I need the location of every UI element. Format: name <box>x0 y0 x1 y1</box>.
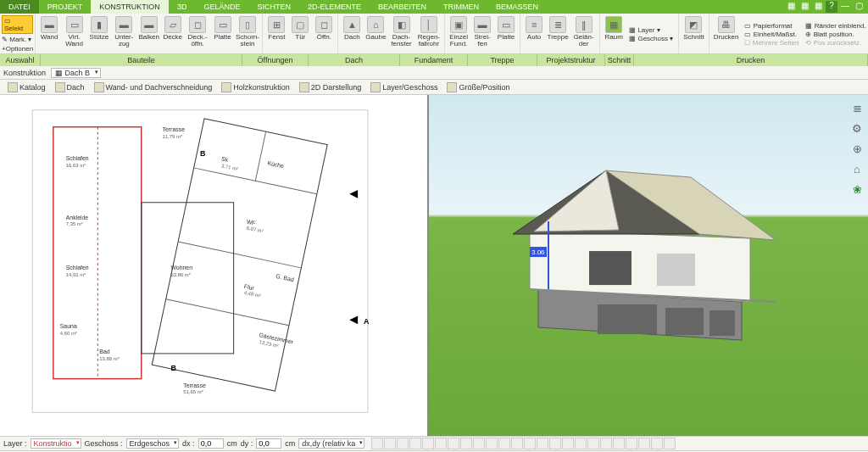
dachfenster-button[interactable]: ◧Dach-fenster <box>388 15 414 53</box>
select-button[interactable]: ▭ Selekt <box>2 15 33 34</box>
mini-9[interactable] <box>473 438 485 449</box>
mini-3[interactable] <box>397 438 409 449</box>
schornstein-button[interactable]: ▯Schorn-stein <box>236 15 260 53</box>
balken-button[interactable]: ▬Balken <box>138 15 160 53</box>
layer-select[interactable]: Konstruktio <box>31 438 81 449</box>
oeffn-button[interactable]: ◻Öffn. <box>313 15 335 53</box>
svg-text:B: B <box>200 149 206 158</box>
mini-20[interactable] <box>613 438 625 449</box>
compass-icon[interactable]: ⊕ <box>849 141 865 156</box>
tab-projekt[interactable]: PROJEKT <box>39 0 92 14</box>
tab-trimmen[interactable]: TRIMMEN <box>435 0 487 14</box>
tab-bearbeiten[interactable]: BEARBEITEN <box>370 0 435 14</box>
regenfallrohr-button[interactable]: │Regen-fallrohr <box>416 15 442 53</box>
geschoss-select[interactable]: Erdgeschos <box>126 438 180 449</box>
mini-13[interactable] <box>524 438 536 449</box>
dach-button[interactable]: ▲Dach <box>341 15 363 53</box>
stuetze-button[interactable]: ▮Stütze <box>88 15 110 53</box>
holzkonstruktion-button[interactable]: Holzkonstruktion <box>217 81 294 94</box>
layers-icon[interactable]: ≣ <box>849 100 865 115</box>
tree-icon[interactable]: ❀ <box>849 181 865 197</box>
katalog-button[interactable]: Katalog <box>3 81 50 94</box>
svg-rect-43 <box>709 310 735 336</box>
drucken-button[interactable]: 🖶Drucken <box>712 15 741 53</box>
dx-input[interactable] <box>198 438 224 449</box>
mini-10[interactable] <box>486 438 498 449</box>
mini-16[interactable] <box>562 438 574 449</box>
fenster-button[interactable]: ⊞Fenst <box>265 15 287 53</box>
svg-rect-46 <box>657 254 695 286</box>
dxdy-mode[interactable]: dx,dy (relativ ka <box>298 438 364 449</box>
2d-darstellung-button[interactable]: 2D Darstellung <box>295 81 366 94</box>
mehrere-checkbox[interactable]: Mehrere Seiten <box>744 39 798 47</box>
platte-button[interactable]: ▭Platte <box>212 15 234 53</box>
fundplatte-button[interactable]: ▭Platte <box>495 15 517 53</box>
mini-24[interactable] <box>664 438 676 449</box>
subbar-dropdown[interactable]: ▦ Dach B <box>51 68 101 78</box>
mini-17[interactable] <box>575 438 587 449</box>
mini-4[interactable] <box>409 438 421 449</box>
unterzug-button[interactable]: ▬Unter-zug <box>112 15 136 53</box>
mini-2[interactable] <box>384 438 396 449</box>
minimize-icon[interactable]: — <box>839 1 851 13</box>
tab-bemassen[interactable]: BEMASSEN <box>487 0 547 14</box>
title-icon-3[interactable]: ▦ <box>812 1 824 13</box>
tab-sichten[interactable]: SICHTEN <box>248 0 299 14</box>
einheit-button[interactable]: ▭ Einheit/Maßst. <box>744 31 798 38</box>
mark-button[interactable]: ✎ Mark. ▾ <box>2 36 33 43</box>
title-icon-1[interactable]: ▦ <box>785 1 797 13</box>
options-button[interactable]: +Optionen <box>2 45 33 53</box>
pos-reset-button[interactable]: ⟲ Pos zurücksetz. <box>805 39 865 47</box>
mini-11[interactable] <box>498 438 510 449</box>
home-icon[interactable]: ⌂ <box>849 161 865 176</box>
tab-datei[interactable]: DATEI <box>0 0 39 14</box>
raender-button[interactable]: ▦ Ränder einblend. <box>805 22 865 30</box>
gaube-button[interactable]: ⌂Gaube <box>364 15 387 53</box>
mini-21[interactable] <box>626 438 637 449</box>
view-settings-icon[interactable]: ⚙ <box>849 120 865 136</box>
decke-button[interactable]: ▱Decke <box>162 15 184 53</box>
streifen-button[interactable]: ▬Strei-fen <box>471 15 493 53</box>
mini-7[interactable] <box>448 438 459 449</box>
mini-8[interactable] <box>460 438 472 449</box>
tab-3d[interactable]: 3D <box>169 0 196 14</box>
tab-konstruktion[interactable]: KONSTRUKTION <box>91 0 169 14</box>
floorplan-pane[interactable]: Schlafen 16,63 m² Ankleide 7,35 m² Schla… <box>0 95 429 436</box>
tab-gelaende[interactable]: GELÄNDE <box>195 0 248 14</box>
dach-tool-button[interactable]: Dach <box>51 81 89 94</box>
help-icon[interactable]: ? <box>826 1 837 13</box>
treppe-auto-button[interactable]: ≡Auto <box>523 15 545 53</box>
gelaender-button[interactable]: ‖Gelän-der <box>570 15 597 53</box>
einzelfund-button[interactable]: ▣Einzel Fund. <box>448 15 470 53</box>
mini-18[interactable] <box>587 438 599 449</box>
mini-22[interactable] <box>638 438 650 449</box>
treppe-button[interactable]: ≣Treppe <box>547 15 569 53</box>
mini-1[interactable] <box>371 438 383 449</box>
tab-2delemente[interactable]: 2D-ELEMENTE <box>299 0 370 14</box>
tuer-button[interactable]: ▢Tür <box>289 15 311 53</box>
schnitt-button[interactable]: ◩Schnitt <box>682 15 705 53</box>
blatt-button[interactable]: ⊕ Blatt position. <box>805 31 865 38</box>
mini-14[interactable] <box>537 438 548 449</box>
groesse-position-button[interactable]: Größe/Position <box>442 81 514 94</box>
mini-6[interactable] <box>435 438 447 449</box>
layer-dropdown[interactable]: ▦ Layer ▾ <box>629 26 673 34</box>
mini-5[interactable] <box>422 438 434 449</box>
wand-verschneidung-button[interactable]: Wand- und Dachverschneidung <box>90 81 217 94</box>
mini-19[interactable] <box>600 438 612 449</box>
mini-12[interactable] <box>511 438 523 449</box>
layer-geschoss-button[interactable]: Layer/Geschoss <box>366 81 442 94</box>
raum-button[interactable]: ▦Raum <box>603 15 625 53</box>
papierformat-button[interactable]: ▭ Papierformat <box>744 22 798 30</box>
virtwand-button[interactable]: ▭Virt. Wand <box>62 15 86 53</box>
mini-15[interactable] <box>549 438 561 449</box>
title-icon-2[interactable]: ▦ <box>798 1 810 13</box>
dy-input[interactable] <box>256 438 281 449</box>
deckoeffn-button[interactable]: ◻Deck.-öffn. <box>186 15 210 53</box>
maximize-icon[interactable]: ▢ <box>853 1 865 13</box>
grouplabel-projekt: Projektstruktur <box>537 54 605 66</box>
wand-button[interactable]: ▬Wand <box>38 15 60 53</box>
geschoss-dropdown[interactable]: ▦ Geschoss ▾ <box>629 35 673 42</box>
mini-23[interactable] <box>651 438 663 449</box>
3d-pane[interactable]: ≣ ⚙ ⊕ ⌂ ❀ <box>429 95 868 436</box>
